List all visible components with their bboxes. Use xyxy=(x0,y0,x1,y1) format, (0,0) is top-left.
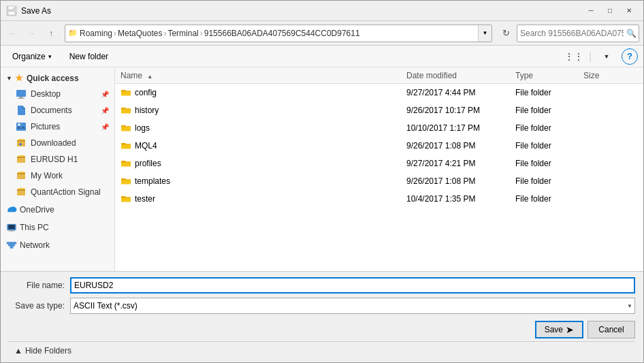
file-item-date: 9/26/2017 1:08 PM xyxy=(406,176,515,186)
new-folder-button[interactable]: New folder xyxy=(63,48,114,65)
file-item-type: File folder xyxy=(515,106,583,115)
save-button[interactable]: Save ➤ xyxy=(535,321,583,338)
table-row[interactable]: templates 9/26/2017 1:08 PM File folder xyxy=(115,172,643,190)
close-button[interactable]: ✕ xyxy=(620,4,638,18)
table-row[interactable]: MQL4 9/26/2017 1:08 PM File folder xyxy=(115,137,643,155)
table-row[interactable]: config 9/27/2017 4:44 PM File folder xyxy=(115,84,643,101)
save-as-type-select[interactable]: ASCII Text (*.csv) xyxy=(70,298,635,314)
organize-arrow: ▾ xyxy=(48,53,52,60)
file-item-name: config xyxy=(120,87,406,98)
quick-access-section: ▼ ★ Quick access Desktop 📌 Documents xyxy=(1,70,114,200)
up-button[interactable]: ↑ xyxy=(43,25,59,42)
view-dropdown-button[interactable]: ▼ xyxy=(597,48,616,65)
thispc-icon xyxy=(6,222,17,233)
thispc-section: This PC xyxy=(1,219,114,236)
sidebar-item-quantaction-label: QuantAction Signal xyxy=(31,187,101,197)
folder-icon xyxy=(120,105,131,116)
breadcrumb-part-1: Roaming xyxy=(80,29,112,38)
col-date-header[interactable]: Date modified xyxy=(406,71,515,80)
file-item-type: File folder xyxy=(515,88,583,97)
quick-access-header[interactable]: ▼ ★ Quick access xyxy=(1,70,114,86)
hide-folders-label: Hide Folders xyxy=(25,346,71,356)
table-row[interactable]: history 9/26/2017 10:17 PM File folder xyxy=(115,101,643,119)
address-bar[interactable]: 📁 Roaming › MetaQuotes › Terminal › 9155… xyxy=(65,25,492,42)
main-content: ▼ ★ Quick access Desktop 📌 Documents xyxy=(1,67,643,271)
breadcrumb: 📁 Roaming › MetaQuotes › Terminal › 9155… xyxy=(65,25,478,42)
minimize-button[interactable]: ─ xyxy=(582,4,600,18)
file-item-date: 9/27/2017 4:44 PM xyxy=(406,88,515,97)
sidebar-item-network[interactable]: Network xyxy=(1,237,114,253)
svg-rect-13 xyxy=(10,247,14,249)
save-label: Save xyxy=(545,325,563,334)
folder-icon xyxy=(120,87,131,98)
address-toolbar: ← → ↑ 📁 Roaming › MetaQuotes › Terminal … xyxy=(1,21,643,46)
back-button[interactable]: ← xyxy=(5,25,21,42)
quantaction-icon xyxy=(16,187,27,198)
hide-folders-button[interactable]: ▲ Hide Folders xyxy=(14,345,71,357)
sidebar-item-downloaded[interactable]: Downloaded xyxy=(1,135,114,151)
sort-arrow: ▲ xyxy=(147,74,152,80)
view-button[interactable]: ⋮⋮ xyxy=(564,48,583,65)
cancel-button[interactable]: Cancel xyxy=(587,321,635,338)
forward-button[interactable]: → xyxy=(24,25,40,42)
file-list-header: Name ▲ Date modified Type Size xyxy=(115,67,643,84)
sidebar-item-eurusd-label: EURUSD H1 xyxy=(31,155,78,164)
col-type-header[interactable]: Type xyxy=(515,71,583,80)
refresh-button[interactable]: ↻ xyxy=(498,25,514,42)
svg-rect-12 xyxy=(8,225,15,229)
sidebar-item-thispc-label: This PC xyxy=(20,223,49,232)
sidebar-item-eurusd[interactable]: EURUSD H1 xyxy=(1,151,114,168)
sidebar-item-onedrive[interactable]: OneDrive xyxy=(1,202,114,218)
file-item-type: File folder xyxy=(515,159,583,168)
svg-rect-10 xyxy=(10,230,14,231)
sidebar-item-quantaction[interactable]: QuantAction Signal xyxy=(1,184,114,200)
quick-access-chevron: ▼ xyxy=(6,75,12,82)
file-name-label: File name: xyxy=(9,281,70,290)
table-row[interactable]: profiles 9/27/2017 4:21 PM File folder xyxy=(115,155,643,172)
sidebar-item-documents[interactable]: Documents 📌 xyxy=(1,102,114,119)
cursor-icon: ➤ xyxy=(566,324,574,335)
view-divider: | xyxy=(589,51,592,62)
file-item-date: 9/26/2017 1:08 PM xyxy=(406,141,515,151)
save-as-type-label: Save as type: xyxy=(9,301,70,311)
sidebar-item-network-label: Network xyxy=(20,240,50,250)
sidebar-item-pictures-label: Pictures xyxy=(31,122,60,131)
desktop-pin: 📌 xyxy=(101,91,109,98)
title-bar: Save As ─ □ ✕ xyxy=(1,1,643,21)
file-name-input[interactable] xyxy=(70,277,635,294)
file-item-name: history xyxy=(120,105,406,116)
eurusd-icon xyxy=(16,154,27,165)
sidebar-item-desktop-label: Desktop xyxy=(31,89,61,99)
file-item-type: File folder xyxy=(515,194,583,204)
bottom-buttons: Save ➤ Cancel xyxy=(9,318,635,340)
folder-icon xyxy=(120,123,131,133)
svg-rect-5 xyxy=(19,97,23,98)
col-size-header[interactable]: Size xyxy=(583,71,638,80)
table-row[interactable]: logs 10/10/2017 1:17 PM File folder xyxy=(115,119,643,137)
sidebar-item-desktop[interactable]: Desktop 📌 xyxy=(1,86,114,102)
sidebar-item-mywork[interactable]: My Work xyxy=(1,168,114,184)
svg-rect-2 xyxy=(12,6,14,8)
organize-button[interactable]: Organize ▾ xyxy=(6,48,58,65)
file-item-name: MQL4 xyxy=(120,140,406,151)
sidebar-item-thispc[interactable]: This PC xyxy=(1,219,114,236)
address-bar-dropdown[interactable]: ▼ xyxy=(478,25,492,42)
table-row[interactable]: tester 10/4/2017 1:35 PM File folder xyxy=(115,190,643,208)
folder-icon xyxy=(120,140,131,151)
desktop-icon xyxy=(16,89,27,99)
file-item-type: File folder xyxy=(515,176,583,186)
pictures-icon xyxy=(16,121,27,132)
sidebar-item-onedrive-label: OneDrive xyxy=(20,205,54,215)
file-rows: config 9/27/2017 4:44 PM File folder his… xyxy=(115,84,643,208)
file-item-type: File folder xyxy=(515,123,583,133)
file-item-name: profiles xyxy=(120,158,406,169)
network-section: Network xyxy=(1,237,114,253)
maximize-button[interactable]: □ xyxy=(601,4,619,18)
documents-pin: 📌 xyxy=(101,107,109,114)
search-input[interactable] xyxy=(517,25,639,42)
help-button[interactable]: ? xyxy=(622,48,638,65)
file-list-area: Name ▲ Date modified Type Size config xyxy=(115,67,643,271)
sidebar-item-pictures[interactable]: Pictures 📌 xyxy=(1,119,114,135)
file-item-name: logs xyxy=(120,123,406,133)
col-name-header[interactable]: Name ▲ xyxy=(120,71,406,80)
